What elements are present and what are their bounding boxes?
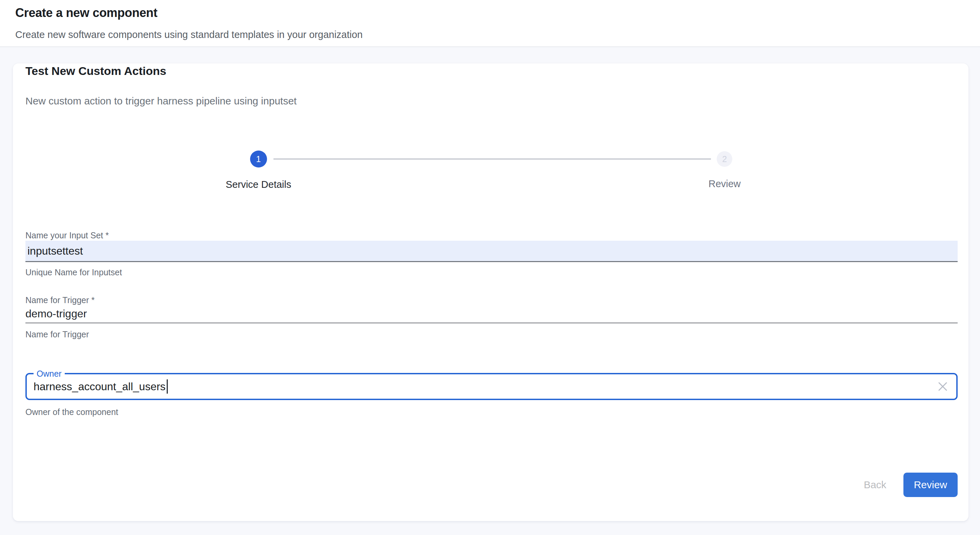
step-1-icon: 1 — [250, 151, 267, 167]
step-2-number: 2 — [722, 154, 727, 164]
trigger-name-input[interactable] — [25, 307, 958, 320]
wizard-card: Test New Custom Actions New custom actio… — [13, 64, 969, 521]
step-1-label: Service Details — [226, 178, 291, 191]
inputset-name-input-box — [25, 241, 958, 262]
wizard-title: Test New Custom Actions — [25, 64, 958, 78]
inputset-name-helper: Unique Name for Inputset — [25, 267, 958, 277]
stepper-connector — [274, 159, 711, 159]
content-area: Test New Custom Actions New custom actio… — [0, 64, 980, 521]
stepper: 1 Service Details 2 Review — [25, 151, 958, 191]
text-caret — [167, 379, 168, 393]
trigger-name-label: Name for Trigger * — [25, 295, 958, 305]
wizard-form: Name your Input Set * Unique Name for In… — [25, 230, 958, 417]
trigger-name-field-group: Name for Trigger * Name for Trigger — [25, 295, 958, 339]
clear-owner-button[interactable] — [937, 381, 949, 393]
back-button[interactable]: Back — [855, 473, 895, 497]
owner-label: Owner — [33, 369, 65, 379]
wizard-subtitle: New custom action to trigger harness pip… — [25, 95, 958, 107]
inputset-name-label: Name your Input Set * — [25, 230, 958, 240]
step-1-number: 1 — [256, 154, 261, 164]
step-service-details: 1 Service Details — [25, 151, 492, 191]
owner-input-box[interactable]: Owner harness_account_all_users — [25, 373, 958, 400]
clear-x-icon — [938, 381, 948, 392]
step-2-label: Review — [709, 178, 741, 190]
trigger-name-input-box — [25, 305, 958, 323]
owner-value: harness_account_all_users — [33, 381, 166, 393]
page-header: Create a new component Create new softwa… — [0, 0, 980, 47]
trigger-name-helper: Name for Trigger — [25, 329, 958, 339]
wizard-actions: Back Review — [25, 473, 958, 497]
inputset-name-field-group: Name your Input Set * Unique Name for In… — [25, 230, 958, 277]
owner-field-group: Owner harness_account_all_users Owner of… — [25, 373, 958, 417]
page-title: Create a new component — [15, 0, 980, 20]
owner-helper: Owner of the component — [25, 407, 958, 417]
inputset-name-input[interactable] — [27, 245, 956, 257]
page-subtitle: Create new software components using sta… — [15, 29, 980, 41]
step-review: 2 Review — [492, 151, 958, 191]
step-2-icon: 2 — [717, 151, 732, 167]
review-button[interactable]: Review — [904, 473, 958, 497]
